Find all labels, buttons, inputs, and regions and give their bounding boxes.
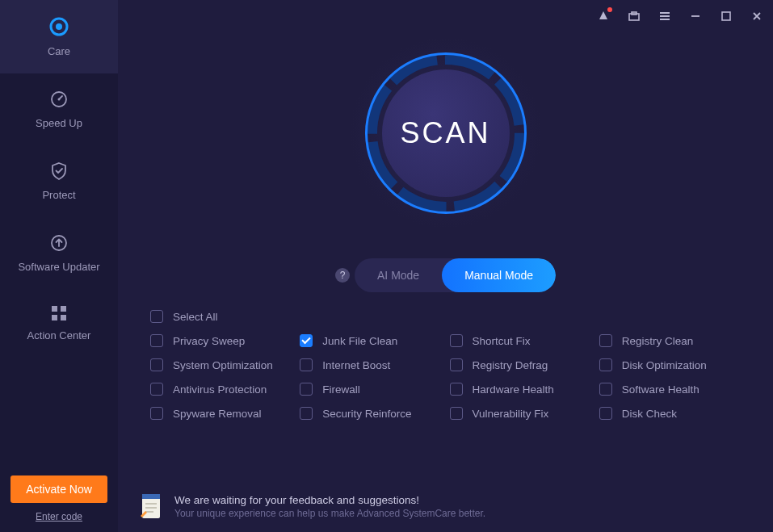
option-checkbox[interactable]: Registry Clean [599,334,741,347]
checkbox-label: Vulnerability Fix [473,408,549,420]
option-checkbox[interactable]: Spyware Removal [150,407,292,420]
close-icon[interactable] [747,6,767,26]
feedback-line-1: We are waiting for your feedback and sug… [174,494,485,506]
checkbox-icon [300,383,313,396]
option-checkbox[interactable]: Antivirus Protection [150,383,292,396]
svg-point-3 [58,98,61,101]
checkbox-label: Disk Check [622,408,677,420]
checkbox-label: Antivirus Protection [173,383,267,396]
svg-rect-16 [145,507,157,509]
checkbox-icon [450,358,463,371]
minimize-icon[interactable] [686,6,705,26]
mode-manual[interactable]: Manual Mode [442,258,556,292]
option-checkbox[interactable]: Disk Check [599,407,741,420]
checkbox-label: Disk Optimization [622,359,707,371]
checkbox-label: Internet Boost [322,359,390,371]
feedback-text: We are waiting for your feedback and sug… [174,494,485,519]
checkbox-icon [599,383,612,396]
options-grid: Select All Privacy SweepJunk File CleanS… [118,310,773,420]
scan-area: SCAN ? AI Mode Manual Mode [118,36,773,292]
option-checkbox[interactable]: Vulnerability Fix [450,407,591,420]
checkbox-icon [300,407,313,420]
sidebar-item-software-updater[interactable]: Software Updater [0,217,118,289]
checkbox-icon [450,334,463,347]
checkbox-label: Software Health [622,383,699,396]
checkbox-label: System Optimization [173,359,273,371]
checkbox-icon [450,407,463,420]
checkbox-label: Firewall [322,383,360,396]
checkbox-icon [599,358,612,371]
checkbox-label: Shortcut Fix [473,335,531,347]
checkbox-label: Security Reinforce [322,408,411,420]
sidebar-item-action-center[interactable]: Action Center [0,289,118,358]
option-checkbox[interactable]: Hardware Health [450,383,591,396]
care-icon [48,16,69,37]
sidebar-item-label: Protect [42,189,75,201]
checkbox-icon [599,407,612,420]
sidebar-item-speed-up[interactable]: Speed Up [0,73,118,145]
checkbox-label: Registry Defrag [473,359,548,371]
gauge-icon [49,90,69,109]
checkbox-icon [300,334,313,347]
option-checkbox[interactable]: Security Reinforce [300,407,441,420]
option-checkbox[interactable]: Software Health [599,383,741,396]
option-checkbox[interactable]: Shortcut Fix [450,334,591,347]
checkbox-icon [599,334,612,347]
option-checkbox[interactable]: Privacy Sweep [150,334,292,347]
activate-area: Activate Now Enter code [0,466,118,532]
sidebar-item-care[interactable]: Care [0,0,118,73]
checkbox-label: Hardware Health [473,383,554,396]
checkbox-icon [300,358,313,371]
option-checkbox[interactable]: Disk Optimization [599,358,741,371]
checkbox-icon [150,334,163,347]
mode-ai[interactable]: AI Mode [355,258,442,292]
checkbox-label: Registry Clean [622,335,694,347]
option-checkbox[interactable]: System Optimization [150,358,292,371]
svg-rect-5 [52,306,57,312]
enter-code-link[interactable]: Enter code [36,511,82,522]
select-all-checkbox[interactable]: Select All [150,310,741,323]
sidebar-item-label: Software Updater [18,261,99,273]
maximize-icon[interactable] [716,6,736,26]
option-checkbox[interactable]: Firewall [300,383,441,396]
sidebar-item-label: Speed Up [36,117,82,129]
checkbox-label: Spyware Removal [173,408,262,420]
sidebar: Care Speed Up Protect Software Updater A… [0,0,118,532]
mode-toggle-track: AI Mode Manual Mode [355,258,556,292]
checkbox-label: Privacy Sweep [173,335,245,347]
scan-label: SCAN [382,69,510,197]
toolbox-icon[interactable] [624,6,644,26]
sidebar-item-label: Care [48,45,70,57]
checkbox-icon [150,383,163,396]
feedback-banner[interactable]: We are waiting for your feedback and sug… [134,492,757,521]
upload-circle-icon [49,233,69,253]
sidebar-item-protect[interactable]: Protect [0,145,118,217]
checkbox-icon [450,383,463,396]
option-checkbox[interactable]: Internet Boost [300,358,441,371]
svg-rect-7 [52,315,57,320]
checkbox-icon [150,407,163,420]
titlebar [118,0,773,32]
checkbox-icon [150,310,163,323]
option-checkbox[interactable]: Registry Defrag [450,358,591,371]
feedback-line-2: Your unique experience can help us make … [174,508,485,519]
menu-icon[interactable] [655,6,674,26]
checkbox-label: Junk File Clean [322,335,397,347]
svg-point-1 [56,23,62,30]
svg-rect-8 [61,315,66,320]
notifications-icon[interactable] [594,6,613,26]
main-content: SCAN ? AI Mode Manual Mode Select All Pr… [118,0,773,532]
svg-rect-14 [142,494,160,499]
checkbox-icon [150,358,163,371]
scan-button[interactable]: SCAN [349,36,543,230]
clipboard-icon [139,492,163,521]
mode-toggle: ? AI Mode Manual Mode [335,258,556,292]
sidebar-item-label: Action Center [27,329,91,341]
svg-rect-11 [722,12,730,20]
help-icon[interactable]: ? [335,268,350,283]
option-checkbox[interactable]: Junk File Clean [300,334,441,347]
activate-button[interactable]: Activate Now [11,475,107,503]
svg-rect-6 [61,306,66,312]
shield-icon [50,161,68,181]
svg-rect-15 [145,503,157,505]
